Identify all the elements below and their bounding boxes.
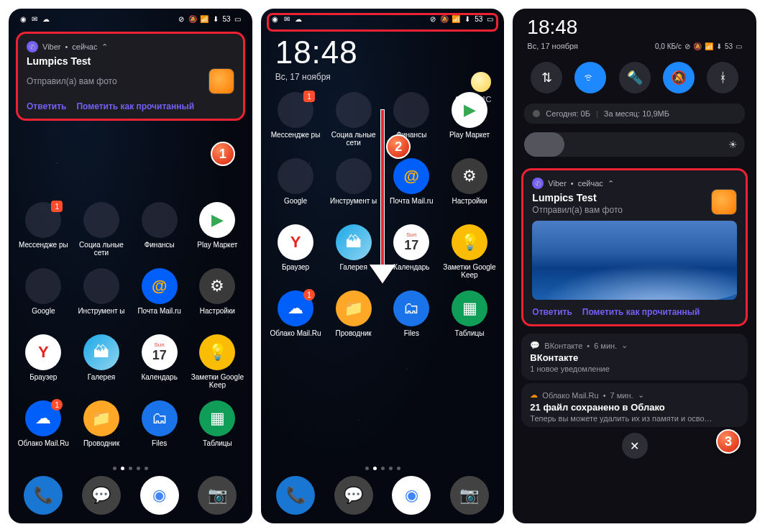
data-today: Сегодня: 0Б — [546, 109, 590, 118]
qs-mobile-data[interactable]: ⇅ — [531, 62, 562, 93]
app-sheets[interactable]: ▦ Таблицы — [190, 400, 245, 464]
vk-body: 1 новое уведомление — [530, 364, 739, 373]
clear-all-button[interactable]: ✕ — [622, 433, 648, 459]
heads-up-notification[interactable]: ✆ Viber • сейчас ⌃ Lumpics Test Отправил… — [16, 32, 245, 121]
notif-reply-button[interactable]: Ответить — [27, 101, 66, 111]
cloud-status-icon: ☁ — [42, 14, 50, 23]
clock-time: 18:48 — [275, 35, 490, 70]
app-keep[interactable]: 💡 Заметки Google Keep — [190, 334, 245, 398]
dock-messages[interactable]: 💬 — [334, 476, 373, 515]
dock-phone[interactable]: 📞 — [276, 476, 315, 515]
notif-thumbnail — [711, 189, 737, 215]
battery-level: 53 — [223, 15, 231, 23]
vk-title: ВКонтакте — [530, 352, 739, 363]
quick-settings: ⇅ ᯤ 🔦 🔕 ᚼ — [514, 55, 755, 101]
app-social-folder[interactable]: Социа льные сети — [74, 202, 129, 265]
app-mailru[interactable]: @ Почта Mail.ru — [132, 268, 187, 331]
qs-dnd[interactable]: 🔕 — [663, 62, 695, 93]
shade-time: 18:48 — [527, 16, 742, 39]
notif-reply-button[interactable]: Ответить — [532, 307, 572, 317]
viber-notif-icon: ✆ — [532, 178, 544, 189]
notif-title: Lumpics Test — [27, 55, 234, 67]
app-calendar[interactable]: Sun17 Календарь — [132, 334, 187, 398]
viber-notif-icon: ✆ — [27, 41, 38, 52]
qs-flashlight[interactable]: 🔦 — [619, 62, 651, 93]
dock-camera[interactable]: 📷 — [198, 476, 237, 515]
notif-mark-read-button[interactable]: Пометить как прочитанный — [582, 307, 700, 317]
app-play-market[interactable]: ▶Play Маркет — [442, 92, 498, 155]
app-tools-folder[interactable]: Инструмент ы — [74, 268, 129, 331]
step-badge-3: 3 — [716, 429, 741, 454]
phone-screenshot-2: ◉ ✉ ☁ ⊘ 🔕 📶 ⬇ 53 ▭ 18:48 Вс, 17 ноября Я… — [261, 9, 505, 523]
app-browser[interactable]: YБраузер — [268, 224, 324, 288]
phone-screenshot-1: ◉ ✉ ☁ ⊘ 🔕 📶 ⬇ 53 ▭ ✆ Viber • сейчас ⌃ Lu… — [9, 9, 252, 523]
alarm-off-icon: ⊘ — [684, 42, 690, 50]
notif-title: Lumpics Test — [532, 192, 623, 203]
cloud-time: 7 мин. — [610, 391, 633, 400]
app-sheets[interactable]: ▦Таблицы — [442, 290, 498, 354]
app-browser[interactable]: Y Браузер — [16, 334, 71, 398]
dock-chrome[interactable]: ◉ — [140, 476, 179, 515]
notif-app-name: Viber — [42, 42, 60, 51]
app-google-folder[interactable]: Google — [16, 268, 71, 331]
app-keep[interactable]: 💡Заметки Google Keep — [442, 224, 498, 288]
wifi-icon: ⬇ — [211, 14, 220, 23]
viber-notification-expanded[interactable]: ✆ Viber • сейчас ⌃ Lumpics Test Отправил… — [521, 168, 748, 326]
app-files[interactable]: 🗂Files — [384, 290, 439, 354]
shade-speed: 0,0 КБ/с — [655, 42, 682, 50]
app-finance-folder[interactable]: Финансы — [132, 202, 187, 265]
shade-header: 18:48 Вс, 17 ноября 0,0 КБ/с ⊘ 🔕 📶 ⬇ 53 … — [514, 9, 755, 55]
vk-time: 6 мин. — [594, 341, 617, 350]
dock: 📞 💬 ◉ 📷 — [9, 473, 252, 523]
shade-date: Вс, 17 ноября — [527, 42, 578, 50]
cloud-body: Теперь вы можете удалить их из памяти и … — [530, 414, 739, 423]
brightness-slider[interactable]: ☀ — [524, 132, 745, 157]
dock: 📞 💬 ◉ 📷 — [261, 473, 505, 523]
cloud-notification[interactable]: ☁ Облако Mail.Ru • 7 мин. ⌄ 21 файл сохр… — [521, 383, 748, 427]
app-explorer[interactable]: 📁Проводник — [326, 290, 381, 354]
brightness-sun-icon: ☀ — [728, 139, 738, 150]
app-messengers-folder[interactable]: 1Мессендже ры — [268, 92, 324, 155]
app-google-folder[interactable]: Google — [268, 158, 324, 221]
phone-screenshot-3: 18:48 Вс, 17 ноября 0,0 КБ/с ⊘ 🔕 📶 ⬇ 53 … — [513, 9, 756, 523]
app-grid: 1 Мессендже ры Социа льные сети Финансы … — [9, 202, 252, 464]
app-gallery[interactable]: 🏔 Галерея — [74, 334, 129, 398]
app-explorer[interactable]: 📁 Проводник — [74, 400, 129, 464]
qs-bluetooth[interactable]: ᚼ — [707, 62, 738, 93]
cloud-title: 21 файл сохранено в Облако — [530, 402, 739, 413]
battery-icon: ▭ — [234, 14, 242, 23]
app-cloud-mailru[interactable]: ☁1Облако Mail.Ru — [268, 290, 324, 354]
data-usage-row[interactable]: Сегодня: 0Б | За месяц: 10,9МБ — [524, 104, 745, 124]
data-month: За месяц: 10,9МБ — [604, 109, 669, 118]
page-indicator — [9, 464, 252, 473]
page-indicator — [261, 464, 505, 473]
vk-notification[interactable]: 💬 ВКонтакте • 6 мин. ⌄ ВКонтакте 1 новое… — [521, 334, 748, 380]
app-files[interactable]: 🗂 Files — [132, 400, 187, 464]
alarm-off-icon: ⊘ — [177, 14, 185, 23]
notif-body-text: Отправил(а) вам фото — [27, 76, 117, 86]
dnd-icon: 🔕 — [188, 14, 197, 23]
dock-messages[interactable]: 💬 — [82, 476, 121, 515]
vk-app-name: ВКонтакте — [544, 341, 582, 350]
notif-mark-read-button[interactable]: Пометить как прочитанный — [76, 101, 194, 111]
weather-sun-icon — [471, 72, 491, 92]
app-settings[interactable]: ⚙Настройки — [442, 158, 498, 221]
signal-icon: 📶 — [705, 42, 713, 50]
notif-image-preview — [532, 221, 737, 300]
notif-body-text: Отправил(а) вам фото — [532, 205, 623, 215]
qs-wifi[interactable]: ᯤ — [574, 62, 606, 93]
battery-icon: ▭ — [736, 42, 742, 50]
message-status-icon: ✉ — [30, 14, 39, 23]
app-cloud-mailru[interactable]: ☁1 Облако Mail.Ru — [16, 400, 71, 464]
dock-phone[interactable]: 📞 — [24, 476, 63, 515]
wifi-icon: ⬇ — [716, 42, 722, 50]
notif-app-name: Viber — [548, 179, 566, 188]
app-settings[interactable]: ⚙ Настройки — [190, 268, 245, 331]
viber-status-icon: ◉ — [19, 14, 27, 23]
dock-camera[interactable]: 📷 — [450, 476, 489, 515]
app-messengers-folder[interactable]: 1 Мессендже ры — [16, 202, 71, 265]
app-play-market[interactable]: ▶ Play Маркет — [190, 202, 245, 265]
dock-chrome[interactable]: ◉ — [392, 476, 431, 515]
status-bar-highlight — [267, 13, 499, 32]
status-bar: ◉ ✉ ☁ ⊘ 🔕 📶 ⬇ 53 ▭ — [9, 9, 252, 29]
